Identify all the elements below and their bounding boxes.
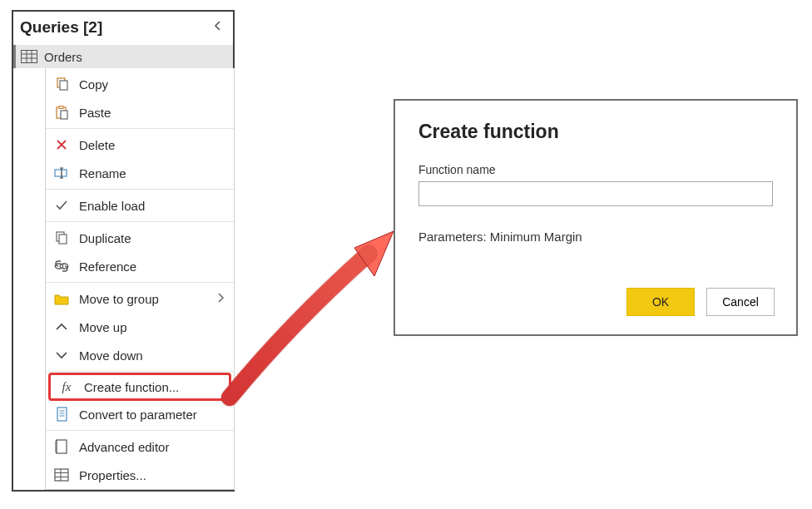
svg-rect-9 bbox=[61, 111, 67, 119]
chevron-right-icon bbox=[217, 292, 234, 305]
menu-delete[interactable]: Delete bbox=[46, 131, 234, 159]
duplicate-icon bbox=[52, 229, 71, 247]
menu-move-to-group[interactable]: Move to group bbox=[46, 284, 234, 313]
create-function-dialog: Create function Function name Parameters… bbox=[394, 99, 798, 336]
paste-icon bbox=[52, 103, 71, 121]
menu-label: Move down bbox=[79, 348, 234, 363]
menu-move-down[interactable]: Move down bbox=[46, 341, 234, 369]
menu-duplicate[interactable]: Duplicate bbox=[46, 224, 234, 252]
menu-properties[interactable]: Properties... bbox=[46, 461, 234, 489]
rename-icon bbox=[52, 164, 71, 182]
menu-move-up[interactable]: Move up bbox=[46, 313, 234, 341]
ok-button[interactable]: OK bbox=[626, 288, 695, 316]
function-name-input[interactable] bbox=[418, 181, 773, 206]
reference-icon bbox=[52, 257, 71, 275]
menu-label: Convert to parameter bbox=[79, 408, 234, 422]
menu-label: Move to group bbox=[79, 292, 209, 306]
menu-divider bbox=[46, 282, 234, 283]
queries-title: Queries [2] bbox=[20, 18, 102, 37]
svg-rect-6 bbox=[60, 81, 67, 90]
menu-label: Rename bbox=[79, 166, 234, 180]
menu-label: Create function... bbox=[84, 380, 229, 394]
menu-rename[interactable]: Rename bbox=[46, 159, 234, 187]
context-menu: Copy Paste Delete Rename Ena bbox=[45, 68, 235, 490]
dialog-title: Create function bbox=[418, 121, 773, 143]
menu-label: Advanced editor bbox=[79, 440, 234, 454]
fx-icon: fx bbox=[57, 378, 76, 396]
svg-rect-22 bbox=[57, 440, 67, 453]
menu-divider bbox=[46, 371, 234, 372]
svg-rect-0 bbox=[22, 51, 37, 63]
menu-create-function[interactable]: fx Create function... bbox=[48, 373, 231, 401]
query-item-label: Orders bbox=[44, 50, 82, 64]
chevron-down-icon bbox=[52, 346, 71, 364]
queries-panel: Queries [2] Orders Copy bbox=[12, 10, 235, 492]
dialog-buttons: OK Cancel bbox=[626, 288, 775, 316]
menu-divider bbox=[46, 430, 234, 431]
menu-label: Duplicate bbox=[79, 231, 234, 245]
svg-rect-10 bbox=[55, 170, 67, 176]
menu-enable-load[interactable]: Enable load bbox=[46, 191, 234, 220]
menu-divider bbox=[46, 128, 234, 129]
menu-copy[interactable]: Copy bbox=[46, 70, 234, 98]
svg-rect-23 bbox=[55, 469, 68, 481]
chevron-up-icon bbox=[52, 318, 71, 336]
svg-marker-27 bbox=[354, 231, 394, 276]
advanced-editor-icon bbox=[52, 437, 71, 456]
parameters-text: Parameters: Minimum Margin bbox=[418, 230, 773, 244]
query-item-orders[interactable]: Orders bbox=[13, 45, 233, 68]
copy-icon bbox=[52, 75, 71, 93]
parameter-icon bbox=[52, 405, 71, 423]
svg-rect-8 bbox=[59, 106, 63, 109]
menu-label: Properties... bbox=[79, 468, 234, 482]
queries-header: Queries [2] bbox=[13, 12, 233, 45]
menu-divider bbox=[46, 189, 234, 190]
annotation-arrow bbox=[215, 208, 406, 408]
menu-advanced-editor[interactable]: Advanced editor bbox=[46, 432, 234, 461]
menu-convert-to-parameter[interactable]: Convert to parameter bbox=[46, 400, 234, 428]
menu-label: Enable load bbox=[79, 199, 234, 213]
check-icon bbox=[52, 196, 71, 215]
folder-icon bbox=[52, 289, 71, 308]
svg-rect-18 bbox=[57, 408, 67, 421]
menu-divider bbox=[46, 221, 234, 222]
menu-label: Paste bbox=[79, 106, 234, 120]
menu-paste[interactable]: Paste bbox=[46, 98, 234, 126]
menu-reference[interactable]: Reference bbox=[46, 252, 234, 280]
svg-rect-15 bbox=[59, 235, 67, 244]
properties-icon bbox=[52, 466, 71, 484]
menu-label: Move up bbox=[79, 320, 234, 334]
menu-label: Reference bbox=[79, 259, 234, 274]
collapse-panel-icon[interactable] bbox=[213, 20, 225, 35]
cancel-button[interactable]: Cancel bbox=[706, 288, 775, 316]
delete-icon bbox=[52, 136, 71, 154]
menu-label: Copy bbox=[79, 77, 234, 91]
table-icon bbox=[21, 50, 37, 63]
function-name-label: Function name bbox=[418, 163, 773, 176]
menu-label: Delete bbox=[79, 138, 234, 152]
